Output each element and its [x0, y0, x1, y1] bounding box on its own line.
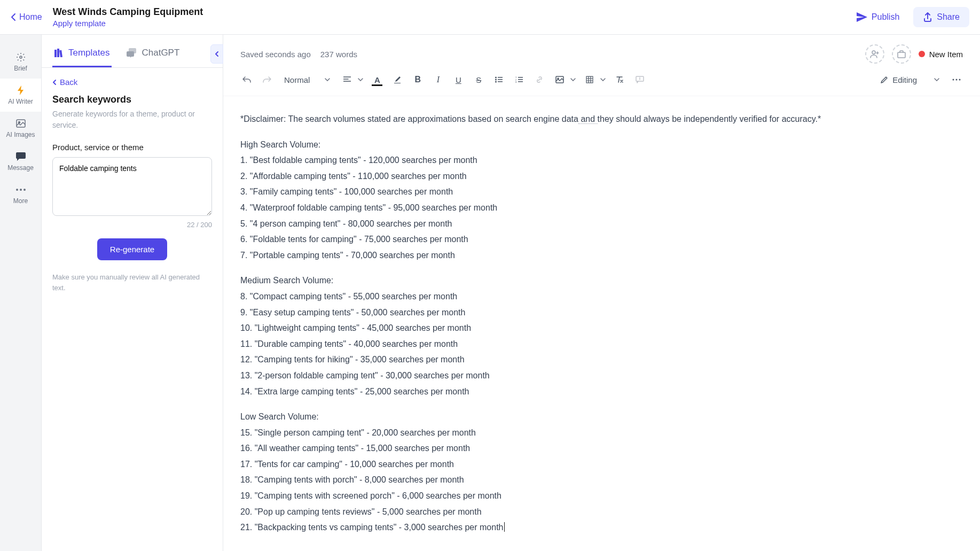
- word-count: 237 words: [320, 50, 357, 59]
- low-heading: Low Search Volume:: [240, 410, 963, 424]
- back-label: Back: [60, 77, 77, 87]
- align-button[interactable]: [339, 71, 356, 88]
- table-button[interactable]: [581, 71, 598, 88]
- content-line: 2. "Affordable camping tents" - 110,000 …: [240, 169, 963, 183]
- content-line: 10. "Lightweight camping tents" - 45,000…: [240, 321, 963, 335]
- collapse-panel-button[interactable]: [210, 44, 223, 64]
- template-panel: Templates ChatGPT Back Search keywords G…: [42, 35, 223, 551]
- content-line: 5. "4 person camping tent" - 80,000 sear…: [240, 217, 963, 231]
- svg-point-9: [872, 51, 875, 54]
- content-line: 7. "Portable camping tents" - 70,000 sea…: [240, 249, 963, 262]
- more-options-button[interactable]: [948, 71, 965, 88]
- editing-mode-select[interactable]: Editing: [875, 72, 945, 88]
- content-line: 1. "Best foldable camping tents" - 120,0…: [240, 153, 963, 167]
- content-line: 17. "Tents for car camping" - 10,000 sea…: [240, 457, 963, 471]
- publish-button[interactable]: Publish: [849, 8, 907, 26]
- svg-rect-25: [586, 76, 593, 83]
- image-icon: [15, 118, 26, 129]
- content-line: 14. "Extra large camping tents" - 25,000…: [240, 385, 963, 399]
- home-link[interactable]: Home: [11, 12, 42, 22]
- content-line: 18. "Camping tents with porch" - 8,000 s…: [240, 473, 963, 487]
- editor-toolbar: Normal A B I U S 123: [223, 64, 980, 96]
- svg-rect-20: [518, 77, 523, 78]
- bold-button[interactable]: B: [409, 71, 426, 88]
- tab-chatgpt[interactable]: ChatGPT: [124, 43, 182, 67]
- share-button[interactable]: Share: [913, 7, 969, 27]
- briefcase-button[interactable]: [892, 44, 911, 64]
- svg-point-12: [495, 79, 497, 81]
- svg-point-4: [20, 189, 22, 191]
- image-button[interactable]: [551, 71, 568, 88]
- svg-rect-8: [59, 50, 62, 57]
- content-line: 11. "Durable camping tents" - 40,000 sea…: [240, 337, 963, 351]
- bullet-list-button[interactable]: [490, 71, 507, 88]
- home-label: Home: [19, 12, 42, 22]
- image-dropdown[interactable]: [568, 71, 578, 88]
- svg-point-11: [495, 77, 497, 79]
- tab-templates-label: Templates: [68, 48, 109, 58]
- chevron-left-icon: [11, 13, 16, 21]
- tab-templates[interactable]: Templates: [52, 43, 112, 67]
- content-line: 19. "Camping tents with screened porch" …: [240, 489, 963, 503]
- svg-text:3: 3: [515, 81, 517, 83]
- apply-template-link[interactable]: Apply template: [53, 19, 849, 28]
- svg-point-0: [20, 56, 22, 58]
- input-label: Product, service or theme: [52, 143, 212, 152]
- bolt-icon: [15, 85, 26, 96]
- title-area: West Winds Camping Equipment Apply templ…: [53, 6, 849, 28]
- svg-point-27: [953, 79, 954, 81]
- send-icon: [857, 12, 867, 22]
- share-label: Share: [937, 12, 960, 22]
- header-actions: Publish Share: [849, 7, 969, 27]
- rail-ai-images[interactable]: AI Images: [0, 112, 41, 145]
- rail-ai-writer[interactable]: AI Writer: [0, 79, 41, 112]
- rail-brief[interactable]: Brief: [0, 45, 41, 79]
- books-icon: [54, 49, 64, 57]
- clear-format-button[interactable]: [611, 71, 628, 88]
- style-select[interactable]: Normal: [279, 72, 335, 88]
- regenerate-button[interactable]: Re-generate: [97, 238, 167, 260]
- editor-content[interactable]: *Disclaimer: The search volumes stated a…: [223, 96, 980, 551]
- section-title: Search keywords: [52, 94, 212, 105]
- target-icon: [15, 52, 26, 63]
- theme-input[interactable]: [52, 157, 212, 216]
- content-line: 4. "Waterproof foldable camping tents" -…: [240, 201, 963, 215]
- content-line: 3. "Family camping tents" - 100,000 sear…: [240, 185, 963, 199]
- review-note: Make sure you manually review all AI gen…: [52, 272, 212, 293]
- highlight-button[interactable]: [389, 71, 406, 88]
- align-dropdown[interactable]: [356, 71, 365, 88]
- text-color-button[interactable]: A: [369, 71, 386, 88]
- rail-ai-images-label: AI Images: [6, 131, 35, 138]
- upload-icon: [923, 12, 932, 22]
- svg-rect-14: [498, 77, 503, 78]
- link-button[interactable]: [531, 71, 548, 88]
- undo-button[interactable]: [238, 71, 255, 88]
- back-link[interactable]: Back: [52, 77, 212, 87]
- new-item-indicator[interactable]: New Item: [919, 50, 963, 59]
- disclaimer: *Disclaimer: The search volumes stated a…: [240, 112, 963, 126]
- underline-button[interactable]: U: [450, 71, 467, 88]
- image-group[interactable]: [551, 71, 578, 88]
- medium-heading: Medium Search Volume:: [240, 274, 963, 288]
- comment-button[interactable]: [631, 71, 648, 88]
- svg-point-5: [23, 189, 26, 191]
- rail-ai-writer-label: AI Writer: [8, 98, 33, 105]
- align-group[interactable]: [339, 71, 365, 88]
- rail-more[interactable]: More: [0, 178, 41, 211]
- strikethrough-button[interactable]: S: [470, 71, 487, 88]
- rail-message[interactable]: Message: [0, 145, 41, 178]
- rail-message-label: Message: [7, 164, 34, 172]
- red-dot-icon: [919, 51, 925, 57]
- numbered-list-button[interactable]: 123: [511, 71, 528, 88]
- table-group[interactable]: [581, 71, 608, 88]
- table-dropdown[interactable]: [598, 71, 608, 88]
- redo-button[interactable]: [258, 71, 276, 88]
- italic-button[interactable]: I: [429, 71, 446, 88]
- content-line: 16. "All weather camping tents" - 15,000…: [240, 441, 963, 455]
- content-line: 12. "Camping tents for hiking" - 35,000 …: [240, 353, 963, 367]
- content-line: 8. "Compact camping tents" - 55,000 sear…: [240, 290, 963, 304]
- content-line: 20. "Pop up camping tents reviews" - 5,0…: [240, 505, 963, 519]
- svg-rect-10: [898, 52, 905, 58]
- add-collaborator-button[interactable]: [865, 44, 884, 64]
- content-line: 9. "Easy setup camping tents" - 50,000 s…: [240, 306, 963, 320]
